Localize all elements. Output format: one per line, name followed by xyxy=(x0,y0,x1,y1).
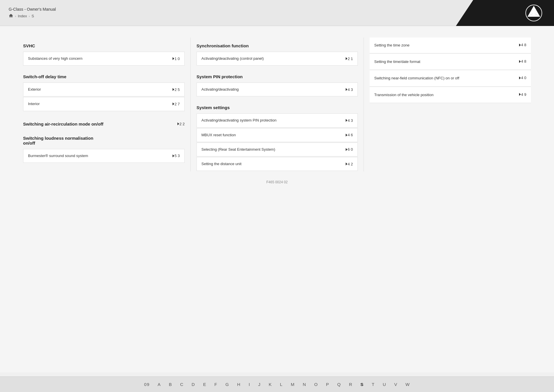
alpha-v[interactable]: V xyxy=(394,382,397,387)
alpha-o[interactable]: O xyxy=(314,382,318,387)
alpha-h[interactable]: H xyxy=(237,382,241,387)
entry-vehicle-position[interactable]: Transmission of the vehicle position 4 9 xyxy=(370,87,531,103)
entry-air-recirculation[interactable]: Switching air-recirculation mode on/off … xyxy=(23,118,185,130)
svg-point-1 xyxy=(533,12,535,14)
alpha-k[interactable]: K xyxy=(269,382,272,387)
alpha-p[interactable]: P xyxy=(326,382,329,387)
entry-mbux-reset[interactable]: MBUX reset function 4 6 xyxy=(196,128,358,142)
alpha-r[interactable]: R xyxy=(349,382,352,387)
section-switch-off: Switch-off delay time xyxy=(23,74,185,79)
entry-exterior[interactable]: Exterior 2 5 xyxy=(23,83,185,96)
alpha-s[interactable]: S xyxy=(360,382,364,387)
alphabet-bar: 09 A B C D E F G H I J K L M N O P Q R S… xyxy=(0,376,554,392)
entry-time-date-format[interactable]: Setting the time/date format 4 8 xyxy=(370,54,531,70)
breadcrumb-index[interactable]: Index xyxy=(18,14,27,18)
alpha-b[interactable]: B xyxy=(169,382,172,387)
section-svhc: SVHC xyxy=(23,43,185,48)
alpha-g[interactable]: G xyxy=(225,382,229,387)
home-icon[interactable] xyxy=(9,13,13,19)
entry-distance-unit[interactable]: Setting the distance unit 4 2 xyxy=(196,157,358,171)
alpha-c[interactable]: C xyxy=(180,382,184,387)
breadcrumb-separator-2: › xyxy=(29,14,30,18)
entry-burmester[interactable]: Burmester® surround sound system 5 3 xyxy=(23,149,185,163)
alpha-j[interactable]: J xyxy=(258,382,261,387)
main-content: SVHC Substances of very high concern 1 0… xyxy=(0,26,554,372)
alpha-q[interactable]: Q xyxy=(337,382,341,387)
entry-nfc[interactable]: Switching near-field communication (NFC)… xyxy=(370,70,531,86)
manual-title: G-Class - Owner's Manual xyxy=(9,7,545,12)
logo-area xyxy=(456,0,554,26)
section-sync: Synchronisation function xyxy=(196,43,358,48)
section-pin: System PIN protection xyxy=(196,74,358,79)
entry-activating-pin[interactable]: Activating/deactivating 4 3 xyxy=(196,83,358,96)
entry-activating-system-pin[interactable]: Activating/deactivating system PIN prote… xyxy=(196,113,358,127)
entry-interior[interactable]: Interior 2 7 xyxy=(23,97,185,111)
entry-activating-control[interactable]: Activating/deactivating (control panel) … xyxy=(196,52,358,66)
page-header: G-Class - Owner's Manual › Index › S xyxy=(0,0,554,26)
alpha-09[interactable]: 09 xyxy=(144,382,150,387)
index-column-1: SVHC Substances of very high concern 1 0… xyxy=(17,38,190,171)
alpha-t[interactable]: T xyxy=(372,382,375,387)
alpha-i[interactable]: I xyxy=(249,382,250,387)
section-system-settings: System settings xyxy=(196,105,358,110)
alpha-m[interactable]: M xyxy=(291,382,295,387)
alpha-n[interactable]: N xyxy=(303,382,306,387)
breadcrumb-separator-1: › xyxy=(15,14,16,18)
section-loudness: Switching loudness normalisationon/off xyxy=(23,136,185,145)
mercedes-logo xyxy=(525,4,542,22)
alpha-l[interactable]: L xyxy=(280,382,282,387)
entry-time-zone[interactable]: Setting the time zone 4 8 xyxy=(370,38,531,53)
index-columns: SVHC Substances of very high concern 1 0… xyxy=(17,38,537,171)
alpha-a[interactable]: A xyxy=(158,382,161,387)
index-column-2: Synchronisation function Activating/deac… xyxy=(190,38,364,171)
entry-substances[interactable]: Substances of very high concern 1 0 xyxy=(23,52,185,66)
alpha-u[interactable]: U xyxy=(383,382,386,387)
index-column-3: Setting the time zone 4 8 Setting the ti… xyxy=(364,38,537,171)
breadcrumb-current: S xyxy=(31,14,34,18)
entry-rear-seat[interactable]: Selecting (Rear Seat Entertainment Syste… xyxy=(196,143,358,156)
alpha-d[interactable]: D xyxy=(192,382,195,387)
alpha-f[interactable]: F xyxy=(214,382,217,387)
alpha-e[interactable]: E xyxy=(203,382,206,387)
alpha-w[interactable]: W xyxy=(405,382,410,387)
doc-number: F465 0024 02 xyxy=(17,180,537,201)
